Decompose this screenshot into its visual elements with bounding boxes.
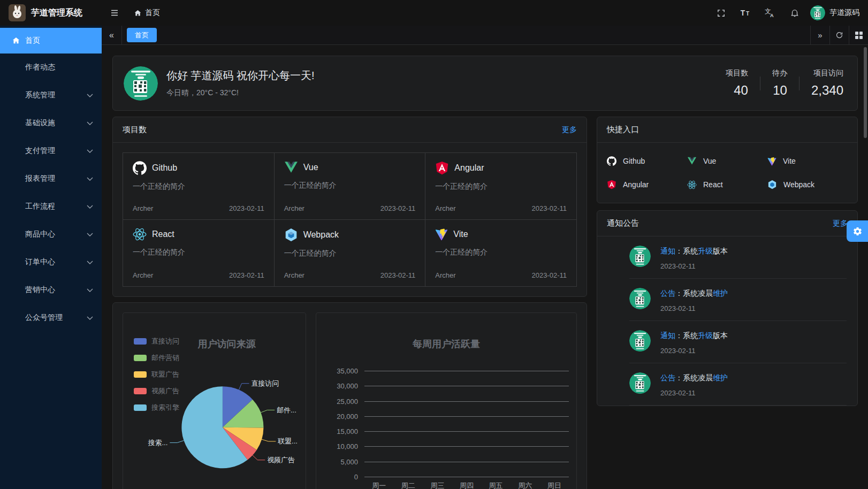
app-title: 芋道管理系统 [31,7,82,19]
notice-item[interactable]: 通知：系统升级版本 2023-02-11 [597,236,857,278]
hamburger-icon [110,8,119,18]
project-author: Archer [133,204,153,212]
angular-icon [435,161,449,175]
project-date: 2023-02-11 [229,271,264,279]
sidebar-item-author-news[interactable]: 作者动态 [0,54,102,81]
shortcut-webpack[interactable]: Webpack [767,173,848,196]
project-card-react[interactable]: React 一个正经的简介 Archer 2023-02-11 [123,220,274,286]
chevron-down-icon [87,149,93,153]
pie-chart-svg[interactable]: 直接访问邮件...联盟...视频广告搜索... [123,313,306,489]
tags-scroll-left-button[interactable]: « [102,26,122,45]
shortcut-github[interactable]: Github [607,149,687,173]
pie-slice-label: 直接访问 [251,379,279,387]
pie-slice-label: 联盟... [277,437,298,445]
y-axis-tick-label: 35,000 [316,367,358,375]
notice-title: 通知：系统升级版本 [660,247,728,256]
app-header: 芋道管理系统 首页 T T 文 A 芋道源码 [0,0,868,26]
y-axis-tick-label: 0 [316,473,358,481]
project-card-webpack[interactable]: Webpack 一个正经的简介 Archer 2023-02-11 [275,220,425,286]
project-card-github[interactable]: Github 一个正经的简介 Archer 2023-02-11 [123,153,274,219]
notice-avatar [629,288,651,309]
chevron-down-icon [87,121,93,125]
sidebar-item-workflow[interactable]: 工作流程 [0,193,102,220]
notice-date: 2023-02-11 [660,347,728,355]
sidebar-item-home[interactable]: 首页 [0,28,102,54]
shortcut-react[interactable]: React [687,173,767,196]
language-button[interactable]: 文 A [761,4,779,22]
svg-text:T: T [746,11,750,17]
project-date: 2023-02-11 [531,204,567,212]
webpack-icon [767,180,777,189]
tab-actions: » [810,26,868,45]
chevron-down-icon [87,205,93,209]
project-card-vite[interactable]: Vite 一个正经的简介 Archer 2023-02-11 [425,220,576,286]
shortcut-vue[interactable]: Vue [687,149,767,173]
x-axis-tick-label: 周六 [511,481,540,489]
project-date: 2023-02-11 [531,271,567,279]
charts-card: 直接访问 邮件营销 联盟广告 视频广告 搜索引擎 用户访问来源 直接访问邮件..… [112,302,587,489]
project-author: Archer [133,271,153,279]
stat-visits: 项目访问 2,340 [800,68,843,98]
sidebar-item-payment[interactable]: 支付管理 [0,137,102,165]
fullscreen-button[interactable] [712,4,730,22]
notice-title: 公告：系统凌晨维护 [660,373,728,383]
app-logo[interactable] [9,4,26,21]
chevron-down-icon [87,233,93,236]
shortcut-vite[interactable]: Vite [767,149,848,173]
weather-text: 今日晴，20°C - 32°C! [166,88,315,98]
angular-icon [607,180,616,189]
notice-item[interactable]: 公告：系统凌晨维护 2023-02-11 [597,363,857,405]
x-axis-tick-label: 周一 [364,481,394,489]
menu-fold-button[interactable] [105,3,124,22]
svg-text:T: T [741,9,745,17]
stat-todo: 待办 10 [760,68,799,98]
user-menu[interactable]: 芋道源码 [810,5,859,20]
font-size-button[interactable]: T T [736,4,755,22]
shortcuts-card: 快捷入口 Github Vue [597,117,858,203]
font-size-icon: T T [740,7,751,19]
tab-home[interactable]: 首页 [127,28,157,42]
notices-title: 通知公告 [607,218,639,228]
sidebar-item-wechat-mp[interactable]: 公众号管理 [0,304,102,332]
notice-date: 2023-02-11 [660,262,728,270]
notification-bell-button[interactable] [786,4,804,22]
gear-icon [852,226,863,236]
y-axis-tick-label: 5,000 [316,458,358,466]
sidebar-item-order[interactable]: 订单中心 [0,248,102,276]
notices-more-link[interactable]: 更多 [833,219,848,228]
bell-icon [790,8,800,18]
sidebar-item-report[interactable]: 报表管理 [0,165,102,193]
greeting-text: 你好 芋道源码 祝你开心每一天! [166,68,315,83]
page-scrollbar-thumb[interactable] [864,47,867,138]
shortcut-angular[interactable]: Angular [607,173,687,196]
project-card-vue[interactable]: Vue 一个正经的简介 Archer 2023-02-11 [275,153,425,219]
user-avatar [810,5,825,20]
x-axis-tick-label: 周日 [539,481,569,489]
project-card-angular[interactable]: Angular 一个正经的简介 Archer 2023-02-11 [425,153,576,219]
project-author: Archer [435,271,455,279]
vite-icon [435,228,448,241]
sidebar-item-product[interactable]: 商品中心 [0,220,102,248]
notice-item[interactable]: 通知：系统升级版本 2023-02-11 [597,321,857,363]
chevron-down-icon [87,288,93,292]
stat-projects: 项目数 40 [714,68,760,98]
refresh-button[interactable] [829,26,849,45]
y-axis-tick-label: 25,000 [316,398,358,406]
notice-item[interactable]: 公告：系统凌晨维护 2023-02-11 [597,279,857,320]
tab-options-button[interactable] [849,26,868,45]
refresh-icon [835,31,843,39]
tags-scroll-right-button[interactable]: » [810,26,829,45]
y-axis-tick-label: 30,000 [316,382,358,390]
sidebar-item-system[interactable]: 系统管理 [0,81,102,109]
notice-avatar [629,372,651,394]
settings-drawer-button[interactable] [847,220,868,242]
language-icon: 文 A [764,7,776,19]
sidebar-item-marketing[interactable]: 营销中心 [0,276,102,304]
rabbit-logo-icon [9,4,26,21]
projects-more-link[interactable]: 更多 [562,125,577,135]
sidebar-item-infra[interactable]: 基础设施 [0,109,102,137]
chevron-down-icon [87,261,93,264]
breadcrumb[interactable]: 首页 [134,8,160,18]
gridline [364,477,569,477]
pie-label-leader [261,410,275,412]
